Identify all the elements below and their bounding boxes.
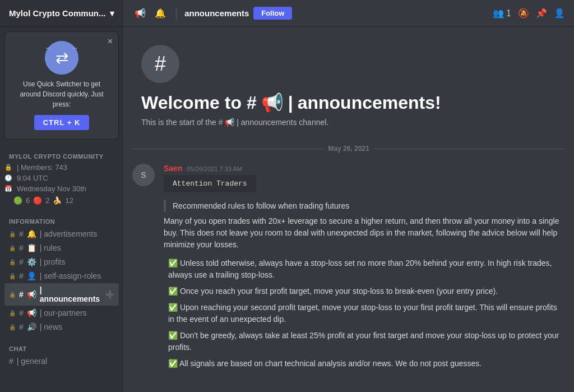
channel-icon: 📢: [27, 308, 36, 317]
banana-count: 12: [65, 196, 73, 205]
message-header: Saen 05/26/2021 7:33 AM: [164, 164, 565, 173]
members-icon[interactable]: 👥 1: [493, 8, 511, 19]
status-emojis: 🟢 6 🔴 2 🍌 12: [4, 194, 119, 207]
topbar-right: 👥 1 🔕 📌 👤: [493, 8, 565, 19]
members-stat: 🔒 | Members: 743: [4, 162, 119, 173]
sidebar-item-advertisements[interactable]: 🔒 # 🔔 | advertisements: [4, 227, 119, 241]
channel-name-rules: | rules: [40, 243, 61, 252]
members-text: | Members: 743: [17, 163, 67, 172]
time-stat: 🕐 9:04 UTC: [4, 173, 119, 183]
quick-switcher-description: Use Quick Switcher to get around Discord…: [14, 79, 109, 109]
calendar-icon: 📅: [4, 185, 12, 192]
banana-icon: 🍌: [53, 196, 62, 205]
red-count: 2: [45, 196, 49, 205]
channel-name-advertisements: | advertisements: [40, 229, 97, 238]
hashtag-icon: #: [19, 229, 24, 238]
qs-dots-right: • •: [73, 45, 77, 50]
date-stat: 📅 Wednesday Nov 30th: [4, 183, 119, 194]
message-item: S Saen 05/26/2021 7:33 AM Attention Trad…: [123, 162, 574, 374]
server-header[interactable]: Mylol Crypto Commun... ▾: [0, 0, 123, 27]
channel-icon: 🔊: [27, 322, 36, 331]
sidebar-item-general[interactable]: # | general: [4, 354, 119, 368]
rule-item-1: ✅ Unless told otherwise, always have a s…: [164, 255, 565, 283]
green-count: 6: [26, 196, 30, 205]
rule-text-5: ✅ All signals are based on chart technic…: [168, 358, 482, 370]
sidebar-section-community: MYLOL CRYPTO COMMUNITY 🔒 | Members: 743 …: [0, 144, 123, 209]
lock-icon: 🔒: [9, 231, 16, 237]
hashtag-icon: #: [19, 243, 24, 252]
channel-name-news: | news: [40, 322, 62, 331]
sidebar: Mylol Crypto Commun... ▾ × • • ⇄ • • Use…: [0, 0, 123, 392]
main-content: 📢 🔔 | announcements Follow 👥 1 🔕 📌 👤 # W…: [123, 0, 574, 392]
clock-icon: 🕐: [4, 174, 12, 182]
topbar-channel-name: announcements: [184, 8, 249, 18]
channel-name-general: | general: [17, 357, 47, 366]
hashtag-icon: #: [19, 257, 24, 266]
hashtag-icon: #: [19, 290, 24, 299]
hashtag-icon: #: [9, 357, 13, 366]
attention-box: Attention Traders: [164, 175, 256, 192]
channel-header: # Welcome to # 📢 | announcements! This i…: [123, 27, 574, 136]
channel-icon: 📢: [27, 290, 36, 299]
lock-icon: 🔒: [4, 164, 12, 171]
message-body-text: Many of you open trades with 20x+ levera…: [164, 215, 565, 251]
title-emoji: 📢: [261, 92, 284, 113]
hashtag-icon: #: [19, 308, 24, 317]
pin-icon[interactable]: 📌: [536, 8, 547, 19]
avatar: S: [132, 164, 155, 186]
rule-item-4: ✅ Don't be greedy, always take at least …: [164, 328, 565, 356]
bell-icon: 🔔: [152, 6, 168, 21]
channel-name-profits: | profits: [40, 257, 66, 266]
follow-button[interactable]: Follow: [253, 7, 292, 20]
chevron-icon: ▾: [110, 8, 114, 19]
rule-text-1: ✅ Unless told otherwise, always have a s…: [168, 257, 565, 281]
hashtag-icon: #: [19, 271, 24, 280]
community-section-label: MYLOL CRYPTO COMMUNITY: [4, 153, 119, 160]
quick-switcher-icon: • • ⇄ • •: [45, 41, 78, 75]
lock-icon: 🔒: [9, 273, 16, 279]
sidebar-section-chat: CHAT # | general: [0, 336, 123, 371]
qs-dots-left: • •: [46, 45, 50, 50]
members-list-icon[interactable]: 👤: [554, 8, 565, 19]
channel-hash-icon: #: [141, 45, 179, 83]
red-dot-icon: 🔴: [33, 196, 42, 205]
rule-text-4: ✅ Don't be greedy, always take at least …: [168, 330, 565, 353]
message-timestamp: 05/26/2021 7:33 AM: [187, 165, 242, 172]
channel-icon: ⚙️: [27, 257, 36, 266]
sidebar-section-information: INFORMATION 🔒 # 🔔 | advertisements 🔒 # 📋…: [0, 209, 123, 336]
server-name: Mylol Crypto Commun...: [9, 8, 106, 18]
message-body: Saen 05/26/2021 7:33 AM Attention Trader…: [164, 164, 565, 372]
title-divider: |: [288, 93, 293, 113]
date-text: Wednesday Nov 30th: [17, 185, 86, 193]
time-text: 9:04 UTC: [17, 174, 48, 182]
sidebar-item-our-partners[interactable]: 🔒 # 📢 | our-partners: [4, 306, 119, 320]
chat-label: CHAT: [4, 345, 119, 352]
channel-name-announcements: | announcements: [40, 285, 102, 303]
megaphone-icon: 📢: [132, 6, 148, 21]
information-label: INFORMATION: [4, 218, 119, 225]
notification-icon[interactable]: 🔕: [518, 8, 529, 19]
channel-content: # Welcome to # 📢 | announcements! This i…: [123, 27, 574, 392]
rule-item-2: ✅ Once you reach your first profit targe…: [164, 283, 565, 299]
rule-item-5: ✅ All signals are based on chart technic…: [164, 356, 565, 372]
sidebar-item-announcements[interactable]: 🔒 # 📢 | announcements ➕: [4, 283, 119, 306]
topbar-divider: |: [175, 7, 178, 20]
sidebar-item-rules[interactable]: 🔒 # 📋 | rules: [4, 241, 119, 255]
close-icon[interactable]: ×: [108, 36, 113, 47]
date-divider: May 26, 2021: [123, 136, 574, 162]
hashtag-icon: #: [19, 322, 24, 331]
channel-icon: 👤: [27, 271, 36, 280]
quick-switcher-shortcut[interactable]: CTRL + K: [34, 115, 90, 130]
sidebar-item-profits[interactable]: 🔒 # ⚙️ | profits: [4, 255, 119, 269]
rule-item-3: ✅ Upon reaching your second profit targe…: [164, 299, 565, 328]
add-member-icon[interactable]: ➕: [105, 290, 114, 299]
channel-icon: 🔔: [27, 229, 36, 238]
lock-icon: 🔒: [9, 245, 16, 251]
lock-icon: 🔒: [9, 310, 16, 316]
lock-icon: 🔒: [9, 292, 16, 298]
channel-title: Welcome to # 📢 | announcements!: [141, 92, 556, 113]
sidebar-item-self-assign-roles[interactable]: 🔒 # 👤 | self-assign-roles: [4, 269, 119, 283]
sidebar-item-news[interactable]: 🔒 # 🔊 | news: [4, 320, 119, 334]
channel-description: This is the start of the # 📢 | announcem…: [141, 118, 556, 127]
rule-text-2: ✅ Once you reach your first profit targe…: [168, 285, 498, 297]
